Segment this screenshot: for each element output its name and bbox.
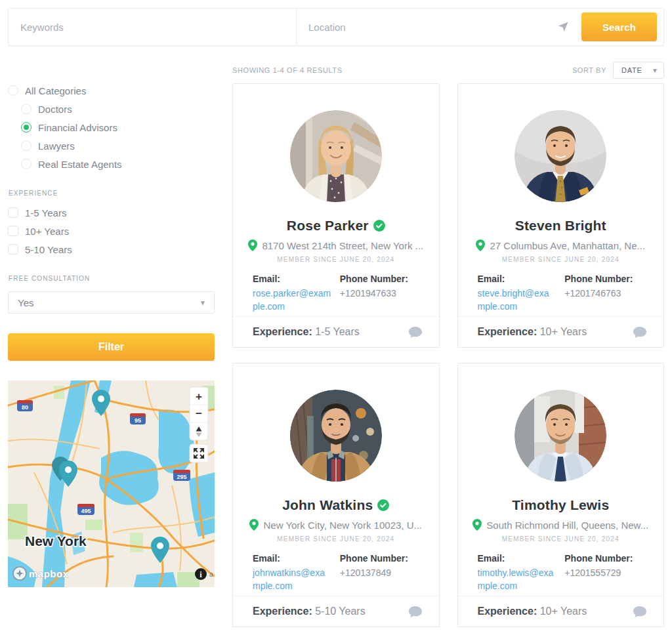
email-link[interactable]: steve.bright@example.com [478,287,557,314]
category-lawyers[interactable]: Lawyers [8,136,215,155]
experience-label: Experience: [253,326,312,337]
location-field-wrap [297,9,558,45]
category-all-categories[interactable]: All Categories [8,81,215,100]
location-input[interactable] [297,9,558,45]
member-address: South Richmond Hill, Queens, New... [472,519,648,531]
radio-icon[interactable] [21,159,32,169]
free-consultation-group-label: FREE CONSULTATION [9,275,215,282]
chat-button[interactable] [408,326,423,339]
avatar [514,390,606,482]
sort-by-label: SORT BY [572,66,606,74]
sort-value: DATE [621,66,642,74]
category-doctors[interactable]: Doctors [8,100,215,118]
experience-option-5-10[interactable]: 5-10 Years [8,240,215,258]
results-panel: SHOWING 1-4 OF 4 RESULTS SORT BY DATE ▼ [232,62,664,627]
verified-icon [373,220,385,232]
experience-label: Experience: [253,606,312,617]
email-link[interactable]: johnwatkins@example.com [253,566,332,593]
contact-block: Email: steve.bright@example.com Phone Nu… [458,274,664,314]
sort-select[interactable]: DATE ▼ [613,62,664,79]
mapbox-logo[interactable]: mapbox [13,567,69,580]
radio-icon[interactable] [21,140,32,151]
verified-icon [377,499,389,511]
phone-label: Phone Number: [564,274,644,284]
member-name: Steven Bright [515,218,606,234]
svg-text:80: 80 [22,404,28,411]
map-info-button[interactable]: i [195,568,207,580]
chat-bubble-icon [408,606,423,618]
avatar [290,390,382,482]
geolocate-icon[interactable] [558,19,571,35]
filter-button[interactable]: Filter [8,333,215,361]
category-financial-advisors[interactable]: Financial Advisors [8,118,215,136]
map-zoom-in-button[interactable]: + [196,390,202,403]
category-real-estate-agents[interactable]: Real Estate Agents [8,155,215,173]
chevron-down-icon: ▼ [652,67,658,74]
member-name: Rose Parker [287,218,385,234]
map-shield-495: 495 [77,504,94,515]
experience-label: Experience: [478,606,537,617]
member-since: MEMBER SINCE JUNE 20, 2024 [277,256,394,263]
member-since: MEMBER SINCE JUNE 20, 2024 [502,535,620,543]
map-city-label: New York [25,533,87,548]
free-consultation-select[interactable]: Yes ▼ [8,291,215,314]
experience-value: 10+ Years [540,326,587,337]
result-card-timothy-lewis: Timothy Lewis South Richmond Hill, Queen… [457,363,665,627]
member-address: 8170 West 214th Street, New York ... [248,239,423,251]
checkbox-icon[interactable] [8,207,18,218]
free-consultation-value: Yes [18,297,33,308]
experience-value: 10+ Years [540,606,587,617]
email-label: Email: [253,274,332,284]
checkbox-label: 1-5 Years [25,207,66,218]
chat-button[interactable] [408,606,423,618]
chat-button[interactable] [633,606,647,618]
member-since: MEMBER SINCE JUNE 20, 2024 [502,256,620,263]
phone-value: +1201746763 [564,287,644,300]
avatar [514,110,606,202]
email-link[interactable]: timothy.lewis@example.com [478,566,557,593]
member-name: Timothy Lewis [512,497,609,513]
main-layout: All Categories Doctors Financial Advisor… [8,62,664,627]
location-pin-icon [249,519,259,531]
radio-icon[interactable] [8,85,18,96]
member-since: MEMBER SINCE JUNE 20, 2024 [277,535,394,543]
result-card-john-watkins: John Watkins New York City, New York 100… [232,363,440,627]
map-zoom-out-button[interactable]: − [196,407,202,420]
phone-value: +1201947633 [340,287,419,300]
checkbox-label: 5-10 Years [25,244,72,255]
category-label: Financial Advisors [38,122,117,133]
card-footer: Experience: 1-5 Years [233,316,439,347]
checkbox-icon[interactable] [8,226,18,236]
sort-control: SORT BY DATE ▼ [572,62,664,79]
map-canvas[interactable]: 80 95 495 295 [8,381,215,587]
map-shield-80: 80 [17,400,33,411]
location-pin-icon [248,239,257,251]
map-fullscreen-button[interactable] [190,444,208,463]
results-map[interactable]: 80 95 495 295 [8,381,215,587]
experience-option-1-5[interactable]: 1-5 Years [8,203,215,222]
member-address: 27 Columbus Ave, Manhattan, Ne... [476,239,645,251]
experience-option-10plus[interactable]: 10+ Years [8,222,215,240]
phone-value: +120137849 [340,566,419,579]
avatar [290,110,382,202]
directory-page: Search All Categories Doctors Financial … [0,0,672,639]
chat-bubble-icon [408,326,423,339]
checkbox-icon[interactable] [8,244,18,255]
category-label: Doctors [38,104,72,115]
chat-bubble-icon [633,326,647,339]
map-attribution[interactable]: a [209,571,213,578]
contact-block: Email: rose.parker@example.com Phone Num… [233,274,439,314]
card-footer: Experience: 10+ Years [458,596,664,627]
email-label: Email: [478,274,557,284]
category-label: All Categories [25,85,86,96]
experience-group-label: EXPERIENCE [9,190,215,197]
keywords-input[interactable] [9,9,296,45]
svg-text:95: 95 [135,417,141,424]
search-button[interactable]: Search [581,12,657,41]
card-footer: Experience: 5-10 Years [233,596,439,627]
category-label: Real Estate Agents [38,159,122,170]
chat-button[interactable] [633,326,647,339]
radio-checked-icon[interactable] [21,122,32,133]
email-link[interactable]: rose.parker@example.com [253,287,332,314]
radio-icon[interactable] [21,104,32,114]
